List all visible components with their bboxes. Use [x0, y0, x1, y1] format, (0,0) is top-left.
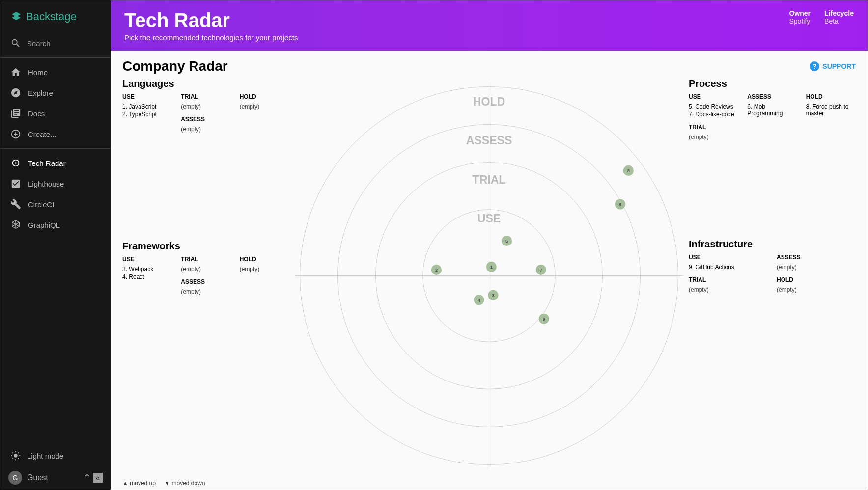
svg-text:3: 3 [492, 293, 494, 298]
nav-label: GraphiQL [28, 221, 60, 229]
nav-label: CircleCI [28, 200, 54, 209]
list-item[interactable]: 1. JavaScript [122, 103, 172, 110]
meta-lifecycle: Lifecycle Beta [824, 9, 854, 25]
backstage-icon [10, 11, 22, 23]
nav-lighthouse[interactable]: Lighthouse [0, 173, 111, 194]
list-item[interactable]: 9. GitHub Actions [689, 264, 768, 271]
empty-label: (empty) [181, 126, 230, 133]
meta-value: Beta [824, 17, 854, 25]
nav-label: Tech Radar [28, 159, 66, 167]
light-mode-toggle[interactable]: Light mode [0, 445, 111, 466]
ring-title: ASSESS [747, 93, 797, 100]
ring-title: ASSESS [777, 254, 856, 261]
page-header: Tech Radar Pick the recommended technolo… [111, 0, 868, 51]
avatar: G [8, 471, 22, 485]
chevron-up-icon[interactable]: ⌃ [84, 472, 91, 483]
wrench-icon [10, 199, 21, 210]
search-input[interactable]: Search [0, 33, 111, 54]
user-row[interactable]: G Guest ⌃ « [0, 466, 111, 490]
nav-tech-radar[interactable]: Tech Radar [0, 153, 111, 173]
quadrant-title: Frameworks [122, 241, 289, 252]
nav-label: Home [28, 68, 48, 77]
search-icon [10, 38, 21, 49]
quadrant-process: Process USE 5. Code Reviews 7. Docs-like… [689, 78, 856, 146]
radar-blip[interactable]: 6 [615, 199, 625, 209]
ring-title: HOLD [240, 256, 289, 263]
nav-home[interactable]: Home [0, 62, 111, 82]
radar-blip[interactable]: 2 [431, 265, 442, 275]
quadrant-title: Infrastructure [689, 239, 856, 250]
support-button[interactable]: ? SUPPORT [810, 61, 856, 71]
search-placeholder: Search [27, 39, 51, 48]
brand-logo[interactable]: Backstage [0, 0, 111, 33]
nav-label: Docs [28, 109, 45, 118]
empty-label: (empty) [777, 286, 856, 293]
radar-blip[interactable]: 7 [536, 265, 546, 275]
ring-label-assess: ASSESS [466, 134, 512, 147]
svg-text:7: 7 [540, 267, 542, 272]
plus-circle-icon [10, 129, 21, 139]
radar-blip[interactable]: 5 [502, 236, 512, 246]
nav-label: Create... [28, 130, 56, 138]
quadrant-frameworks: Frameworks USE 3. Webpack 4. React TRIAL [122, 241, 289, 301]
collapse-sidebar-button[interactable]: « [93, 473, 103, 483]
list-item[interactable]: 2. TypeScript [122, 111, 172, 118]
empty-label: (empty) [181, 266, 230, 272]
ring-title: TRIAL [689, 276, 768, 283]
svg-text:6: 6 [619, 202, 621, 207]
main: Tech Radar Pick the recommended technolo… [111, 0, 868, 490]
check-square-icon [10, 178, 21, 189]
list-item[interactable]: 7. Docs-like-code [689, 111, 738, 118]
content: Company Radar ? SUPPORT Languages USE [111, 51, 868, 490]
brand-name: Backstage [26, 10, 77, 23]
content-title: Company Radar [122, 58, 228, 74]
ring-label-hold: HOLD [473, 95, 505, 108]
quadrant-title: Languages [122, 78, 289, 89]
quadrant-infrastructure: Infrastructure USE 9. GitHub Actions TRI… [689, 239, 856, 299]
svg-text:5: 5 [505, 238, 508, 244]
ring-title: USE [122, 256, 172, 263]
empty-label: (empty) [689, 286, 768, 293]
nav-circleci[interactable]: CircleCI [0, 194, 111, 215]
sidebar: Backstage Search Home Explore Docs Creat… [0, 0, 111, 490]
list-item[interactable]: 6. Mob Programming [747, 103, 797, 117]
svg-text:4: 4 [477, 298, 480, 303]
svg-text:1: 1 [490, 264, 493, 270]
radar-blip[interactable]: 8 [623, 165, 634, 176]
ring-label-use: USE [477, 212, 501, 225]
quadrant-title: Process [689, 78, 856, 89]
ring-title: HOLD [240, 93, 289, 100]
nav-docs[interactable]: Docs [0, 103, 111, 124]
ring-title: TRIAL [689, 124, 738, 131]
divider [0, 148, 111, 149]
radar-blip[interactable]: 1 [486, 262, 497, 272]
meta-label: Lifecycle [824, 9, 854, 17]
nav-explore[interactable]: Explore [0, 82, 111, 103]
light-mode-label: Light mode [27, 452, 63, 460]
list-item[interactable]: 3. Webpack [122, 266, 172, 272]
ring-title: HOLD [777, 276, 856, 283]
nav-create[interactable]: Create... [0, 124, 111, 144]
meta-owner: Owner Spotify [789, 9, 811, 25]
nav-graphiql[interactable]: GraphiQL [0, 215, 111, 235]
ring-title: USE [689, 254, 768, 261]
radar-blip[interactable]: 3 [488, 290, 498, 300]
ring-title: ASSESS [181, 278, 230, 285]
radar-blip[interactable]: 4 [474, 295, 484, 305]
ring-title: USE [689, 93, 738, 100]
empty-label: (empty) [777, 264, 856, 271]
footnote-down: ▼ moved down [164, 480, 205, 487]
empty-label: (empty) [689, 134, 738, 140]
target-icon [10, 158, 21, 168]
list-item[interactable]: 8. Force push to master [806, 103, 856, 117]
user-label: Guest [27, 473, 48, 482]
nav-label: Lighthouse [28, 180, 64, 188]
help-icon: ? [810, 61, 819, 71]
list-item[interactable]: 4. React [122, 273, 172, 280]
svg-point-1 [15, 162, 17, 164]
svg-point-2 [14, 454, 17, 457]
radar-blip[interactable]: 9 [539, 314, 549, 324]
list-item[interactable]: 5. Code Reviews [689, 103, 738, 110]
page-subtitle: Pick the recommended technologies for yo… [124, 33, 298, 42]
svg-text:9: 9 [543, 316, 545, 322]
